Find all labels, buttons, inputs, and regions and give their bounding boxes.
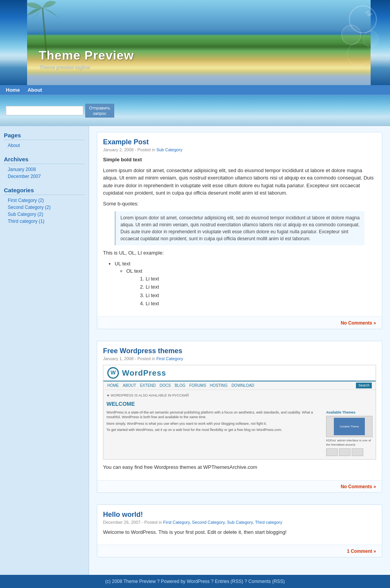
post-ul: UL text OL text Li text Li text Li text … (115, 260, 376, 308)
post-meta: January 2, 2008 - Posted in Sub Category (103, 147, 376, 152)
category-sub[interactable]: Sub Category (2) (4, 211, 85, 218)
post-footer: 1 Comment » (97, 545, 382, 557)
site-tagline: Theme preview tagline (39, 64, 134, 70)
nav-home[interactable]: Home (6, 87, 20, 93)
footer-copyright: (c) 2008 Theme Preview ? Powered by Word… (105, 579, 285, 584)
post-content: Welcome to WordPress. This is your first… (103, 528, 376, 536)
post-title-link[interactable]: Free Wordpress themes (103, 347, 182, 355)
list-item: First Category (2) (4, 197, 85, 204)
post-title: Hello world! (103, 511, 376, 519)
categories-section: Categories First Category (2) Second Cat… (4, 187, 85, 225)
wordpress-logo-text: WordPress (122, 367, 166, 379)
post-title: Free Wordpress themes (103, 347, 376, 355)
post-category-link[interactable]: Sub Category (156, 147, 182, 152)
post-footer: No Comments » (97, 480, 382, 492)
post-meta: December 26, 2007 - Posted in First Cate… (103, 520, 376, 525)
archives-heading: Archives (4, 156, 85, 164)
pages-section: Pages About (4, 132, 85, 149)
list-item: Sub Category (2) (4, 211, 85, 218)
nav-bar: Home About (0, 85, 390, 95)
post-category-link[interactable]: First Category (156, 356, 183, 361)
post-wordpress-themes: Free Wordpress themes January 1, 2008 - … (97, 341, 382, 493)
post-example: Example Post January 2, 2008 - Posted in… (97, 132, 382, 329)
site-title: Theme Preview (39, 48, 134, 63)
search-input[interactable] (6, 106, 83, 115)
header-decoration (305, 4, 382, 74)
category-first[interactable]: First Category (2) (4, 197, 85, 204)
post-title-link[interactable]: Example Post (103, 138, 149, 146)
wordpress-screenshot: W WordPress HOME ABOUT EXTEND DOCS BLOG … (103, 365, 376, 460)
svg-point-3 (347, 43, 371, 66)
main-wrapper: Pages About Archives January 2008 Decemb… (0, 126, 390, 575)
categories-list: First Category (2) Second Category (2) S… (4, 197, 85, 225)
wp-description: WordPress is a state-of-the-art semantic… (107, 410, 373, 456)
archives-section: Archives January 2008 December 2007 (4, 156, 85, 180)
pages-about-link[interactable]: About (4, 142, 85, 149)
search-button[interactable]: Отправить запрос (85, 104, 114, 118)
category-third[interactable]: Third category (1) (4, 218, 85, 225)
wp-nav-bar: HOME ABOUT EXTEND DOCS BLOG FORUMS HOSTI… (103, 381, 376, 390)
list-item: About (4, 142, 85, 149)
content-area: Example Post January 2, 2008 - Posted in… (89, 126, 390, 575)
site-footer: (c) 2008 Theme Preview ? Powered by Word… (0, 575, 390, 588)
archive-dec-2007[interactable]: December 2007 (4, 173, 85, 180)
wordpress-logo-icon: W (107, 367, 119, 379)
category-second[interactable]: Second Category (2) (4, 204, 85, 211)
post-category-link[interactable]: First Category, Second Category, Sub Cat… (163, 520, 282, 525)
site-title-area: Theme Preview Theme preview tagline (39, 48, 134, 70)
pages-list: About (4, 142, 85, 149)
comments-link[interactable]: No Comments » (341, 320, 376, 326)
comments-link[interactable]: 1 Comment » (347, 549, 376, 554)
wp-body: ★ WORDPRESS IS ALSO AVAILABLE IN РУССКИЙ… (103, 390, 376, 459)
post-hello-world: Hello world! December 26, 2007 - Posted … (97, 504, 382, 558)
archive-jan-2008[interactable]: January 2008 (4, 166, 85, 173)
comments-link[interactable]: No Comments » (341, 484, 376, 489)
list-item: Third category (1) (4, 218, 85, 225)
categories-heading: Categories (4, 187, 85, 195)
wp-logo-bar: W WordPress (103, 365, 376, 381)
nav-about[interactable]: About (27, 87, 42, 93)
post-footer: No Comments » (97, 316, 382, 329)
post-content: W WordPress HOME ABOUT EXTEND DOCS BLOG … (103, 365, 376, 471)
site-header: Theme Preview Theme preview tagline (0, 0, 390, 85)
post-meta: January 1, 2008 - Posted in First Catego… (103, 356, 376, 361)
post-content: Simple bold text Lorem ipsum dolor sit a… (103, 156, 376, 308)
sidebar: Pages About Archives January 2008 Decemb… (0, 126, 89, 575)
post-title-link[interactable]: Hello world! (103, 511, 143, 518)
wp-main-content: ★ WORDPRESS IS ALSO AVAILABLE IN РУССКИЙ… (107, 393, 373, 456)
list-item: Second Category (2) (4, 204, 85, 211)
svg-point-1 (342, 25, 361, 44)
pages-heading: Pages (4, 132, 85, 140)
post-title: Example Post (103, 138, 376, 146)
search-area: Отправить запрос (0, 95, 390, 126)
list-item: December 2007 (4, 173, 85, 180)
archives-list: January 2008 December 2007 (4, 166, 85, 180)
post-blockquote: Lorem ipsum dolor sit amet, consectetur … (115, 211, 364, 245)
list-item: January 2008 (4, 166, 85, 173)
